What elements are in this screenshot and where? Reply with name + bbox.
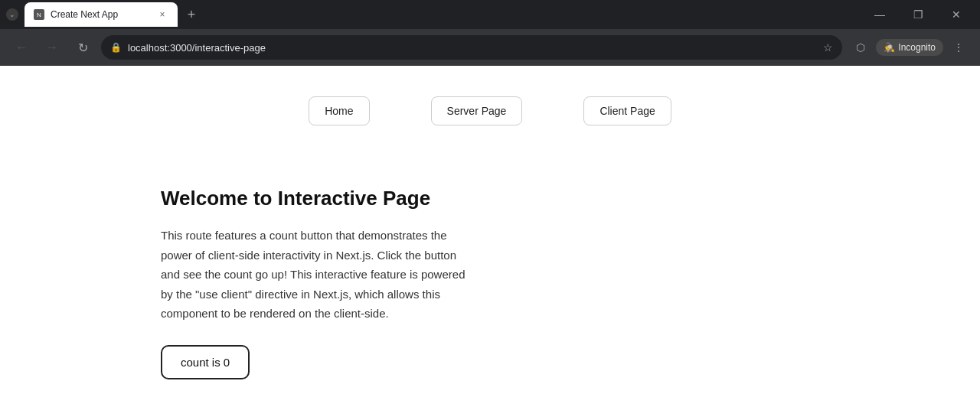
page-nav: Home Server Page Client Page <box>145 96 835 125</box>
new-tab-button[interactable]: + <box>181 4 202 25</box>
page-inner: Home Server Page Client Page Welcome to … <box>145 96 835 379</box>
window-controls-right: — ❐ ✕ <box>862 2 974 27</box>
incognito-icon: 🕵 <box>884 42 895 53</box>
active-tab[interactable]: N Create Next App × <box>24 2 178 27</box>
forward-button[interactable]: → <box>40 35 64 60</box>
nav-bar: ← → ↻ 🔒 localhost:3000/interactive-page … <box>0 29 980 66</box>
tab-close-button[interactable]: × <box>156 8 168 21</box>
incognito-badge: 🕵 Incognito <box>876 39 943 56</box>
close-button[interactable]: ✕ <box>939 2 974 27</box>
page-heading: Welcome to Interactive Page <box>161 187 835 210</box>
tab-title: Create Next App <box>51 9 150 20</box>
address-bar[interactable]: 🔒 localhost:3000/interactive-page ☆ <box>101 35 842 60</box>
bookmark-star-icon[interactable]: ☆ <box>823 41 833 54</box>
nav-right-actions: ⬡ 🕵 Incognito ⋮ <box>848 35 971 60</box>
window-controls-left: ⌄ <box>6 8 18 21</box>
back-button[interactable]: ← <box>9 35 34 60</box>
page-description: This route features a count button that … <box>161 226 467 324</box>
incognito-text: Incognito <box>898 42 936 53</box>
maximize-button[interactable]: ❐ <box>900 2 936 27</box>
address-text: localhost:3000/interactive-page <box>128 42 817 54</box>
nav-client-page-link[interactable]: Client Page <box>583 96 671 125</box>
nav-home-link[interactable]: Home <box>309 96 369 125</box>
title-bar: ⌄ N Create Next App × + — ❐ ✕ <box>0 0 980 29</box>
main-content: Welcome to Interactive Page This route f… <box>145 187 835 379</box>
minimize-button[interactable]: — <box>862 2 897 27</box>
count-button[interactable]: count is 0 <box>161 345 250 379</box>
menu-button[interactable]: ⋮ <box>946 35 971 60</box>
profile-button[interactable]: ⬡ <box>848 35 873 60</box>
nav-server-page-link[interactable]: Server Page <box>431 96 523 125</box>
tab-list-button[interactable]: ⌄ <box>6 8 18 21</box>
refresh-button[interactable]: ↻ <box>70 35 95 60</box>
browser-window: ⌄ N Create Next App × + — ❐ ✕ ← → ↻ 🔒 lo… <box>0 0 980 420</box>
page-content: Home Server Page Client Page Welcome to … <box>0 66 980 420</box>
secure-icon: 🔒 <box>110 42 122 53</box>
tab-bar: N Create Next App × + <box>24 2 859 27</box>
tab-favicon: N <box>34 9 44 20</box>
